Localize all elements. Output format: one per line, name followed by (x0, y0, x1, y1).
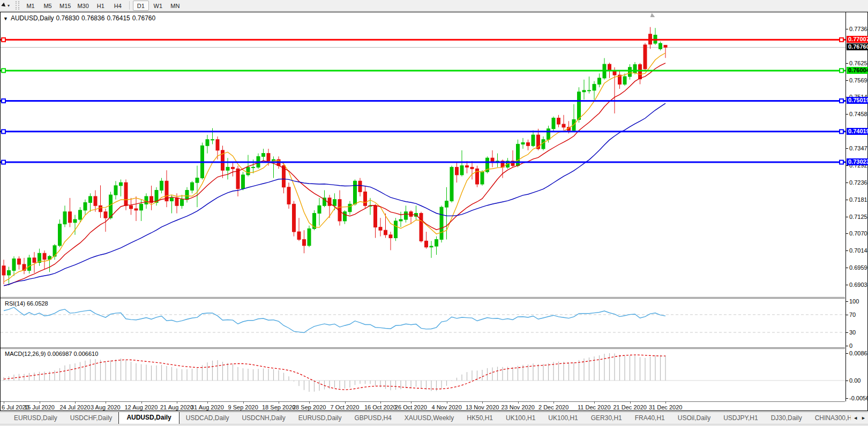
candle-body (63, 212, 66, 224)
tab-scroll-controls: ◄ ► (851, 412, 868, 424)
tab-dj30-daily-15[interactable]: DJ30,Daily (765, 413, 809, 424)
tab-china300-h1-16[interactable]: CHINA300,H1 (809, 413, 851, 424)
timeframe-button-m15[interactable]: M15 (57, 1, 73, 11)
candle-body (481, 172, 484, 184)
hline-handle[interactable] (840, 69, 843, 72)
tab-gbpusd-h4-6[interactable]: GBPUSD,H4 (348, 413, 398, 424)
chart-window[interactable]: ▼AUDUSD,Daily0.768300.768360.764150.7676… (0, 12, 868, 411)
timeframe-button-m30[interactable]: M30 (74, 1, 91, 11)
cursor-tool-button[interactable]: ▾ (0, 0, 13, 11)
candle-body (242, 175, 245, 189)
toolbar-grip[interactable] (16, 1, 19, 10)
tab-eurusd-daily-0[interactable]: EURUSD,Daily (8, 413, 64, 424)
candle-body (466, 166, 469, 168)
tab-usoil-daily-13[interactable]: USOil,Daily (671, 413, 717, 424)
tab-xauusd-weekly-7[interactable]: XAUUSD,Weekly (398, 413, 460, 424)
chart-tabs-bar: EURUSD,DailyUSDCHF,DailyAUDUSD,DailyUSDC… (0, 412, 868, 424)
tab-audusd-daily-2[interactable]: AUDUSD,Daily (118, 412, 179, 424)
candle-body (664, 45, 667, 47)
hline-handle[interactable] (840, 130, 843, 133)
tab-usdjpy-h1-14[interactable]: USDJPY,H1 (717, 413, 764, 424)
tab-usdchf-daily-1[interactable]: USDCHF,Daily (64, 413, 119, 424)
timeframe-button-m1[interactable]: M1 (23, 1, 39, 11)
macd-indicator-label: MACD(12,26,9) 0.006987 0.006610 (5, 351, 98, 357)
ma-mid-line[interactable] (4, 63, 665, 286)
open-value: 0.76830 (56, 14, 79, 22)
candle-body (348, 204, 351, 211)
candle-body (104, 212, 107, 218)
timeframe-buttons: M1M5M15M30H1H4D1W1MN (22, 1, 184, 11)
tab-uk100-h1-9[interactable]: UK100,H1 (499, 413, 542, 424)
symbol-period-label: AUDUSD,Daily (11, 14, 54, 22)
candle-body (43, 253, 46, 259)
tab-fra40-h1-12[interactable]: FRA40,H1 (628, 413, 671, 424)
hline-handle[interactable] (2, 130, 5, 133)
candle-body (119, 182, 123, 186)
timeframe-button-d1[interactable]: D1 (133, 1, 149, 11)
timeframe-button-m5[interactable]: M5 (40, 1, 56, 11)
candle-body (12, 259, 16, 271)
scroll-left-arrow[interactable]: ◄ (853, 415, 858, 421)
candle-body (252, 167, 255, 168)
candle-body (628, 67, 632, 77)
tab-ger30-h1-11[interactable]: GER30,H1 (585, 413, 628, 424)
macd-pane[interactable] (1, 353, 845, 392)
candle-body (18, 259, 21, 264)
timeframe-button-mn[interactable]: MN (167, 1, 183, 11)
tab-eurusd-daily-5[interactable]: EURUSD,Daily (292, 413, 348, 424)
chart-tabs: EURUSD,DailyUSDCHF,DailyAUDUSD,DailyUSDC… (0, 412, 851, 424)
candle-body (206, 140, 209, 146)
timeframe-button-w1[interactable]: W1 (150, 1, 166, 11)
hline-handle[interactable] (2, 38, 5, 42)
collapse-triangle-icon: ▼ (3, 16, 8, 21)
candle-body (343, 212, 347, 221)
timeframe-button-h1[interactable]: H1 (93, 1, 109, 11)
hline-handle[interactable] (840, 99, 843, 103)
pane-separator[interactable] (1, 347, 845, 348)
candle-body (598, 78, 601, 84)
tab-usdcad-daily-3[interactable]: USDCAD,Daily (179, 413, 236, 424)
candle-body (160, 181, 163, 190)
pane-separator (1, 401, 845, 402)
candle-body (364, 192, 367, 206)
ma-fast-line[interactable] (4, 53, 665, 282)
candle-body (175, 198, 178, 206)
candle-body (267, 154, 270, 161)
candle-body (521, 142, 525, 144)
candle-body (191, 182, 194, 190)
timeframe-button-h4[interactable]: H4 (110, 1, 126, 11)
pane-separator[interactable] (1, 297, 845, 298)
pane-separator[interactable] (1, 348, 845, 349)
candle-body (542, 140, 545, 149)
candle-body (445, 201, 448, 207)
candle-body (246, 167, 250, 174)
main-pane[interactable] (1, 27, 845, 286)
candle-body (130, 206, 133, 209)
pane-separator[interactable] (1, 298, 845, 299)
candle-body (440, 207, 443, 239)
candle-body (593, 84, 596, 90)
tab-hk50-h1-8[interactable]: HK50,H1 (460, 413, 499, 424)
candle-body (623, 77, 626, 84)
rsi-pane[interactable] (1, 307, 845, 332)
timeframe-toolbar: ▾ M1M5M15M30H1H4D1W1MN (0, 0, 868, 11)
scroll-right-arrow[interactable]: ► (861, 415, 866, 421)
hline-handle[interactable] (840, 161, 843, 164)
candle-body (547, 129, 550, 140)
macd-signal-value: 0.006610 (73, 351, 98, 357)
candle-body (389, 235, 392, 238)
hline-handle[interactable] (2, 69, 5, 72)
candle-body (527, 142, 530, 146)
hline-handle[interactable] (2, 161, 5, 164)
tab-usdcnh-daily-4[interactable]: USDCNH,Daily (235, 413, 291, 424)
hline-handle[interactable] (840, 38, 843, 42)
tab-uk100-h1-10[interactable]: UK100,H1 (542, 413, 584, 424)
price-chart-canvas[interactable] (1, 12, 868, 412)
candle-body (450, 167, 453, 201)
hline-handle[interactable] (2, 99, 5, 103)
candle-body (354, 181, 357, 204)
candle-body (79, 210, 82, 219)
mt4-window: ▾ M1M5M15M30H1H4D1W1MN ▼AUDUSD,Daily0.76… (0, 0, 868, 426)
candle-body (460, 166, 463, 175)
candle-body (303, 239, 306, 245)
